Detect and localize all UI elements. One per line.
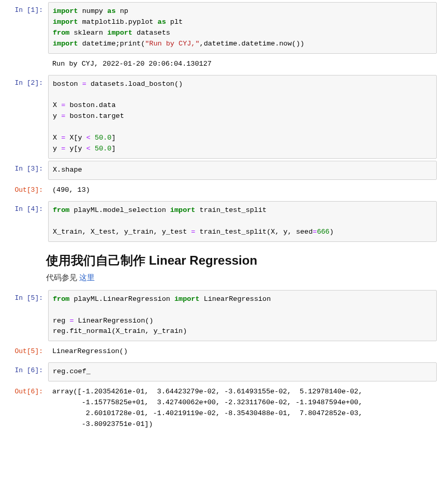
output-cell-6: Out[6]: array([-1.20354261e-01, 3.644232… [0, 384, 444, 433]
markdown-heading: 使用我们自己制作 Linear Regression [46, 252, 440, 269]
in-prompt-1: In [1]: [4, 2, 46, 14]
execute-result-5: LinearRegression() [48, 343, 437, 360]
markdown-cell-1: 使用我们自己制作 Linear Regression 代码参见 这里 [46, 252, 440, 283]
code-cell-2: In [2]: boston = datasets.load_boston() … [0, 75, 444, 159]
empty-prompt [4, 56, 46, 60]
markdown-paragraph: 代码参见 这里 [46, 273, 440, 283]
in-prompt-3: In [3]: [4, 161, 46, 173]
out-prompt-5: Out[5]: [4, 343, 46, 355]
code-cell-5: In [5]: from playML.LinearRegression imp… [0, 290, 444, 342]
out-prompt-3: Out[3]: [4, 182, 46, 194]
out-prompt-6: Out[6]: [4, 384, 46, 395]
code-content-1: import numpy as np import matplotlib.pyp… [53, 6, 432, 50]
code-cell-1: In [1]: import numpy as np import matplo… [0, 2, 444, 54]
code-input-6[interactable]: reg.coef_ [48, 362, 437, 381]
output-cell-3: Out[3]: (490, 13) [0, 182, 444, 199]
output-text-1: Run by CYJ, 2022-01-20 20:06:04.130127 [52, 59, 433, 70]
code-input-3[interactable]: X.shape [48, 161, 437, 180]
output-cell-1: Run by CYJ, 2022-01-20 20:06:04.130127 [0, 56, 444, 73]
code-content-3: X.shape [53, 165, 432, 176]
code-cell-4: In [4]: from playML.model_selection impo… [0, 201, 444, 242]
in-prompt-2: In [2]: [4, 75, 46, 87]
execute-result-3: (490, 13) [48, 182, 437, 199]
in-prompt-4: In [4]: [4, 201, 46, 213]
code-content-2: boston = datasets.load_boston() X = bost… [53, 79, 432, 155]
in-prompt-6: In [6]: [4, 362, 46, 374]
code-content-6: reg.coef_ [53, 366, 432, 377]
execute-result-6: array([-1.20354261e-01, 3.64423279e-02, … [48, 384, 437, 433]
code-cell-6: In [6]: reg.coef_ [0, 362, 444, 381]
code-content-4: from playML.model_selection import train… [53, 205, 432, 238]
output-text-3: (490, 13) [52, 185, 433, 196]
output-text-5: LinearRegression() [52, 346, 433, 357]
output-text-6: array([-1.20354261e-01, 3.64423279e-02, … [52, 387, 433, 430]
code-content-5: from playML.LinearRegression import Line… [53, 294, 432, 338]
output-cell-5: Out[5]: LinearRegression() [0, 343, 444, 360]
code-input-5[interactable]: from playML.LinearRegression import Line… [48, 290, 437, 342]
in-prompt-5: In [5]: [4, 290, 46, 302]
markdown-link[interactable]: 这里 [79, 273, 95, 282]
md-text-prefix: 代码参见 [46, 273, 79, 282]
code-input-1[interactable]: import numpy as np import matplotlib.pyp… [48, 2, 437, 54]
jupyter-notebook: In [1]: import numpy as np import matplo… [0, 2, 444, 446]
code-cell-3: In [3]: X.shape [0, 161, 444, 180]
code-input-4[interactable]: from playML.model_selection import train… [48, 201, 437, 242]
stream-output-1: Run by CYJ, 2022-01-20 20:06:04.130127 [48, 56, 437, 73]
code-input-2[interactable]: boston = datasets.load_boston() X = bost… [48, 75, 437, 159]
